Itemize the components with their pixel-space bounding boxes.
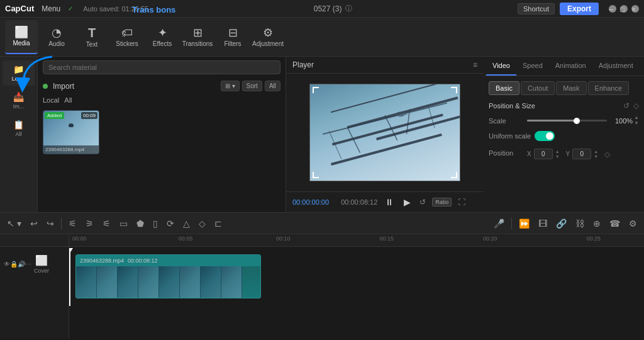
trim2-button[interactable]: ⚟: [99, 217, 114, 230]
scale-slider[interactable]: [527, 120, 607, 122]
undo-button[interactable]: ↩: [27, 217, 41, 230]
link-button[interactable]: 🔗: [553, 217, 570, 230]
center-button[interactable]: ⊕: [590, 217, 604, 230]
player-controls: 00:00:00:00 00:00:08:12 ⏸ ▶ ↺ Ratio ⛶: [286, 191, 484, 212]
close-button[interactable]: ×: [631, 5, 639, 13]
subtab-enhance[interactable]: Enhance: [588, 81, 629, 95]
play-button[interactable]: ▶: [401, 196, 413, 208]
pause-button[interactable]: ⏸: [382, 196, 396, 208]
toolbar-filters-label: Filters: [224, 40, 241, 47]
video-clip[interactable]: 2390463288.mp4 00:00:08:12: [75, 254, 261, 298]
position-reset-icon[interactable]: ◇: [604, 150, 610, 159]
film-button[interactable]: 🎞: [535, 217, 550, 230]
sidebar-item-import[interactable]: 📥 Im...: [3, 88, 35, 113]
y-value[interactable]: 0: [572, 149, 591, 159]
subtab-cutout[interactable]: Cutout: [521, 81, 555, 95]
sidebar-item-local[interactable]: 📁 Local: [3, 60, 35, 86]
shield-button[interactable]: ⬟: [133, 217, 147, 230]
tab-video[interactable]: Video: [486, 57, 516, 76]
svg-line-4: [329, 131, 341, 159]
keyframe-icon[interactable]: ◇: [633, 101, 639, 110]
toolbar-media[interactable]: ⬜ Media: [5, 20, 38, 54]
search-input[interactable]: [43, 60, 280, 74]
cursor-tool-button[interactable]: ↖ ▾: [4, 217, 25, 230]
window-controls: – □ ×: [609, 5, 639, 13]
import-button[interactable]: Import: [53, 82, 74, 91]
stickers-icon: 🏷: [121, 27, 133, 38]
subtab-mask[interactable]: Mask: [556, 81, 586, 95]
uniform-scale-toggle[interactable]: [535, 131, 555, 141]
maximize-button[interactable]: □: [620, 5, 628, 13]
track-controls-panel: 👁 🔒 🔊 ⋯ ⬜ Cover: [0, 247, 69, 281]
toolbar-filters[interactable]: ⊟ Filters: [216, 20, 249, 54]
pillar-button[interactable]: ▯: [150, 217, 161, 230]
all-icon: 📋: [13, 120, 24, 130]
tab-speed[interactable]: Speed: [516, 57, 549, 76]
tl-separator-2: [511, 218, 512, 229]
ratio-button[interactable]: Ratio: [432, 198, 452, 207]
timeline-left-panel: 👁 🔒 🔊 ⋯ ⬜ Cover: [0, 234, 69, 339]
sort-button[interactable]: Sort: [242, 81, 262, 91]
loop-icon[interactable]: ↺: [418, 196, 427, 208]
local-filter-button[interactable]: Local: [43, 96, 59, 104]
shortcut-button[interactable]: Shortcut: [518, 3, 555, 14]
bracket-button[interactable]: ⊏: [211, 217, 225, 230]
timeline-tracks-area: 00:00 00:05 00:10 00:15 00:20 00:25 239: [69, 234, 644, 339]
chain-button[interactable]: ⛓: [572, 217, 587, 230]
media-thumbnail[interactable]: Added 00:09 2390463288.mp4: [43, 110, 99, 154]
reset-icon[interactable]: ↺: [623, 101, 630, 110]
filters-icon: ⊟: [228, 27, 238, 38]
svg-line-2: [385, 115, 397, 140]
subtab-basic[interactable]: Basic: [489, 81, 519, 95]
diamond-button[interactable]: ◇: [196, 217, 209, 230]
time-total: 00:00:08:12: [341, 198, 377, 206]
redo-button[interactable]: ↪: [43, 217, 57, 230]
scale-down-button[interactable]: ▼: [634, 121, 639, 126]
menu-button[interactable]: Menu: [42, 4, 60, 13]
settings-tl-button[interactable]: ⚙: [626, 217, 640, 230]
toolbar-transitions[interactable]: ⊞ Transitions: [181, 20, 214, 54]
magnet-button[interactable]: ☎: [606, 217, 623, 230]
all-filter-button[interactable]: All: [265, 81, 280, 91]
tab-animation[interactable]: Animation: [549, 57, 592, 76]
track-more-button[interactable]: ⋯: [25, 261, 31, 268]
tab-adjustment[interactable]: Adjustment: [592, 57, 640, 76]
triangle-button[interactable]: △: [180, 217, 193, 230]
x-down-button[interactable]: ▼: [555, 154, 560, 159]
trim-button[interactable]: ⚞: [82, 217, 97, 230]
toolbar-effects-label: Effects: [153, 40, 172, 47]
crop-button[interactable]: ▭: [116, 217, 131, 230]
clip-frame-4: [138, 266, 159, 298]
loop-tl-button[interactable]: ⟳: [164, 217, 177, 230]
x-up-button[interactable]: ▲: [555, 149, 560, 154]
split-button[interactable]: ⚟: [65, 217, 80, 230]
sidebar-item-all[interactable]: 📋 All: [3, 116, 35, 141]
tl-separator-1: [61, 218, 62, 229]
mic-button[interactable]: 🎤: [491, 217, 508, 230]
scale-slider-thumb[interactable]: [574, 118, 580, 124]
y-up-button[interactable]: ▲: [594, 149, 598, 154]
toolbar-audio[interactable]: ◔ Audio: [40, 20, 73, 54]
track-audio-button[interactable]: 🔊: [18, 261, 25, 268]
track-visibility-button[interactable]: 👁: [4, 261, 10, 268]
toolbar-adjustment[interactable]: ⚙ Adjustment: [252, 20, 284, 54]
toolbar-adjustment-label: Adjustment: [252, 40, 284, 47]
export-button[interactable]: Export: [560, 3, 599, 15]
toolbar-effects[interactable]: ✦ Effects: [146, 20, 179, 54]
toolbar-text[interactable]: T Text: [75, 20, 108, 54]
x-value[interactable]: 0: [534, 149, 553, 159]
right-content: Basic Cutout Mask Enhance Position & Siz…: [484, 76, 644, 212]
main-area: 📁 Local 📥 Im... 📋 All: [0, 57, 644, 213]
y-down-button[interactable]: ▼: [594, 154, 598, 159]
fullscreen-icon[interactable]: ⛶: [457, 196, 467, 208]
toolbar-stickers[interactable]: 🏷 Stickers: [111, 20, 143, 54]
player-menu-icon[interactable]: ≡: [473, 60, 477, 69]
track-lock-button[interactable]: 🔒: [10, 261, 18, 268]
app-logo: CapCut: [5, 4, 34, 13]
fast-forward-button[interactable]: ⏩: [516, 217, 533, 230]
minimize-button[interactable]: –: [609, 5, 616, 13]
all-filter-btn[interactable]: All: [64, 96, 72, 104]
scale-up-button[interactable]: ▲: [634, 115, 639, 120]
project-name: 0527 (3): [314, 4, 342, 13]
grid-view-button[interactable]: ⊞ ▾: [221, 81, 240, 91]
